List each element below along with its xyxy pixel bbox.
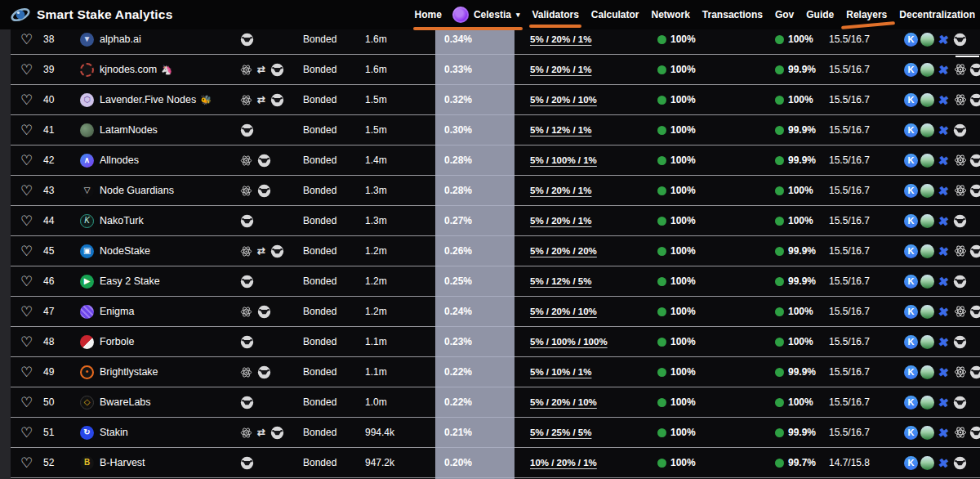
nav-item-relayers[interactable]: Relayers — [846, 9, 887, 20]
robot-icon[interactable] — [953, 456, 967, 470]
favorite-button[interactable]: ♡ — [20, 387, 33, 417]
atom-icon[interactable] — [240, 94, 252, 106]
commission-link[interactable]: 5% / 12% / 1% — [530, 115, 591, 145]
commission-link[interactable]: 5% / 12% / 5% — [530, 266, 591, 296]
cross-icon[interactable]: ✖ — [936, 303, 951, 319]
favorite-button[interactable]: ♡ — [20, 206, 33, 235]
keybase-icon[interactable]: K — [904, 184, 918, 198]
explorer-icon[interactable] — [920, 335, 934, 349]
nav-item-network[interactable]: Network — [652, 9, 690, 20]
nav-item-home[interactable]: Home — [415, 9, 442, 20]
cross-icon[interactable]: ✖ — [936, 182, 951, 198]
favorite-button[interactable]: ♡ — [20, 176, 33, 205]
nav-item-transactions[interactable]: Transactions — [702, 9, 763, 20]
robot-icon[interactable] — [969, 426, 980, 440]
robot-icon[interactable] — [257, 365, 271, 379]
favorite-button[interactable]: ♡ — [20, 29, 33, 54]
explorer-icon[interactable] — [920, 396, 934, 410]
cross-icon[interactable]: ✖ — [936, 122, 951, 137]
explorer-icon[interactable] — [920, 154, 934, 168]
atom-icon[interactable] — [953, 426, 967, 440]
commission-link[interactable]: 5% / 25% / 5% — [530, 418, 591, 447]
explorer-icon[interactable] — [920, 63, 934, 77]
commission-link[interactable]: 10% / 20% / 1% — [530, 448, 597, 477]
validator-name-link[interactable]: Node Guardians — [100, 176, 178, 205]
commission-link[interactable]: 5% / 20% / 10% — [530, 85, 597, 114]
favorite-button[interactable]: ♡ — [20, 448, 33, 477]
robot-icon[interactable] — [270, 426, 284, 440]
cross-icon[interactable]: ✖ — [936, 213, 951, 228]
favorite-button[interactable]: ♡ — [20, 145, 33, 175]
favorite-button[interactable]: ♡ — [20, 85, 33, 114]
atom-icon[interactable] — [953, 305, 967, 319]
explorer-icon[interactable] — [920, 456, 934, 470]
nav-item-calculator[interactable]: Calculator — [591, 9, 639, 20]
atom-icon[interactable] — [240, 366, 252, 378]
atom-icon[interactable] — [240, 154, 252, 167]
robot-icon[interactable] — [257, 154, 271, 168]
commission-link[interactable]: 5% / 100% / 1% — [530, 145, 597, 175]
brand[interactable]: Smart Stake Analytics — [10, 4, 172, 25]
favorite-button[interactable]: ♡ — [20, 357, 33, 387]
validator-name-link[interactable]: Forbole — [100, 327, 138, 356]
cross-icon[interactable]: ✖ — [936, 394, 951, 410]
robot-icon[interactable] — [953, 214, 967, 228]
robot-icon[interactable] — [270, 244, 284, 258]
validator-name-link[interactable]: LatamNodes — [100, 115, 162, 145]
robot-icon[interactable] — [257, 305, 271, 319]
robot-icon[interactable] — [270, 63, 284, 77]
keybase-icon[interactable]: K — [904, 244, 918, 258]
nav-item-decentralization[interactable]: Decentralization — [899, 9, 975, 20]
commission-link[interactable]: 5% / 20% / 1% — [530, 206, 591, 235]
keybase-icon[interactable]: K — [904, 365, 918, 379]
favorite-button[interactable]: ♡ — [20, 297, 33, 326]
cross-icon[interactable]: ✖ — [936, 152, 951, 168]
atom-icon[interactable] — [240, 185, 252, 197]
keybase-icon[interactable]: K — [904, 63, 918, 77]
cross-icon[interactable]: ✖ — [936, 61, 951, 77]
cross-icon[interactable]: ✖ — [936, 92, 951, 107]
atom-icon[interactable] — [953, 184, 967, 198]
validator-name-link[interactable]: kjnodes.com 🦄 — [100, 55, 172, 84]
commission-link[interactable]: 5% / 10% / 1% — [530, 357, 591, 387]
favorite-button[interactable]: ♡ — [20, 327, 33, 356]
atom-icon[interactable] — [240, 306, 252, 318]
commission-link[interactable]: 5% / 100% / 100% — [530, 327, 608, 356]
explorer-icon[interactable] — [920, 244, 934, 258]
robot-icon[interactable] — [257, 184, 271, 198]
robot-icon[interactable] — [240, 123, 254, 137]
keybase-icon[interactable]: K — [904, 275, 918, 289]
nav-item-gov[interactable]: Gov — [775, 9, 794, 20]
robot-icon[interactable] — [969, 184, 980, 198]
scrollbar-fragment[interactable] — [956, 56, 979, 57]
commission-link[interactable]: 5% / 20% / 20% — [530, 236, 597, 266]
atom-icon[interactable] — [240, 427, 252, 439]
commission-link[interactable]: 5% / 20% / 1% — [530, 55, 591, 84]
validator-name-link[interactable]: NakoTurk — [100, 206, 148, 235]
keybase-icon[interactable]: K — [904, 33, 918, 47]
robot-icon[interactable] — [270, 93, 284, 107]
cross-icon[interactable]: ✖ — [936, 424, 951, 440]
validator-name-link[interactable]: Enigma — [100, 297, 138, 326]
explorer-icon[interactable] — [920, 123, 934, 137]
swap-arrows-icon[interactable]: ⇄ — [257, 94, 265, 105]
nav-item-guide[interactable]: Guide — [806, 9, 834, 20]
nav-item-validators[interactable]: Validators — [532, 9, 578, 20]
robot-icon[interactable] — [969, 63, 980, 77]
robot-icon[interactable] — [240, 33, 254, 47]
atom-icon[interactable] — [953, 244, 967, 258]
commission-link[interactable]: 5% / 20% / 10% — [530, 387, 597, 417]
cross-icon[interactable]: ✖ — [936, 243, 951, 258]
keybase-icon[interactable]: K — [904, 396, 918, 410]
validator-name-link[interactable]: Easy 2 Stake — [100, 266, 164, 296]
atom-icon[interactable] — [953, 365, 967, 379]
robot-icon[interactable] — [240, 275, 254, 289]
robot-icon[interactable] — [240, 214, 254, 228]
atom-icon[interactable] — [240, 245, 252, 257]
robot-icon[interactable] — [969, 305, 980, 319]
atom-icon[interactable] — [953, 63, 967, 77]
robot-icon[interactable] — [953, 123, 967, 137]
cross-icon[interactable]: ✖ — [936, 334, 951, 349]
cross-icon[interactable]: ✖ — [936, 31, 951, 47]
favorite-button[interactable]: ♡ — [20, 266, 33, 296]
